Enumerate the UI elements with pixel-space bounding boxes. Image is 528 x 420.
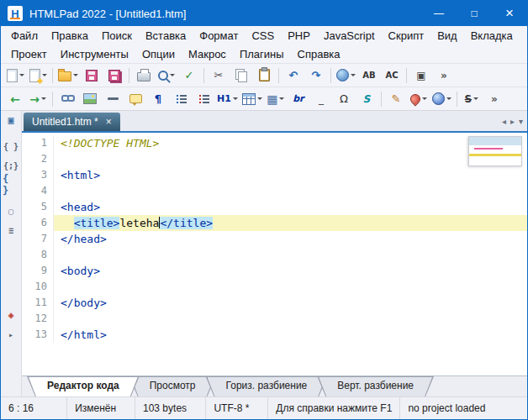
- toolbar-overflow-button[interactable]: »: [433, 66, 455, 86]
- maximize-button[interactable]: □: [457, 1, 492, 26]
- tab-list-icon[interactable]: ▾: [519, 117, 523, 126]
- spellcheck-button[interactable]: ✓: [178, 66, 200, 86]
- document-map[interactable]: [468, 136, 522, 166]
- editor-line[interactable]: 5<head>: [22, 199, 527, 215]
- open-file-button[interactable]: [56, 66, 80, 86]
- line-break-button[interactable]: br: [288, 89, 309, 109]
- editor-line[interactable]: 13</html>: [22, 327, 527, 343]
- comment-button[interactable]: [124, 89, 146, 109]
- cut-button[interactable]: ✂: [208, 66, 230, 86]
- tab-scroll-left-icon[interactable]: ◂: [502, 117, 506, 126]
- line-number[interactable]: 7: [22, 231, 54, 247]
- strikethrough-button[interactable]: S: [461, 89, 483, 109]
- redo-button[interactable]: ↷: [305, 66, 327, 86]
- validation-icon[interactable]: ◈: [3, 308, 19, 322]
- editor-line[interactable]: 3<html>: [22, 167, 527, 183]
- menu-plugins[interactable]: Плагины: [233, 46, 291, 62]
- menu-project[interactable]: Проект: [4, 46, 54, 62]
- code-editor[interactable]: 1<!DOCTYPE HTML> 2 3<html> 4 5<head> 6 <…: [22, 133, 527, 375]
- line-number[interactable]: 12: [22, 311, 54, 327]
- print-button[interactable]: [133, 66, 155, 86]
- toolbar2-overflow-button[interactable]: »: [483, 89, 505, 109]
- insert-image-button[interactable]: [79, 89, 101, 109]
- close-button[interactable]: ×: [492, 1, 527, 26]
- heading-button[interactable]: H1: [215, 89, 240, 109]
- file-tab-untitled1[interactable]: Untitled1.htm * ×: [24, 113, 120, 131]
- blank-panel-icon[interactable]: ▢: [3, 204, 19, 218]
- bullet-list-button[interactable]: [170, 89, 192, 109]
- editor-line[interactable]: 8: [22, 247, 527, 263]
- menu-format[interactable]: Формат: [193, 28, 245, 44]
- editor-line[interactable]: 7</head>: [22, 231, 527, 247]
- insert-table-button[interactable]: [240, 89, 264, 109]
- line-number[interactable]: 9: [22, 263, 54, 279]
- menu-edit[interactable]: Правка: [45, 28, 95, 44]
- list-panel-icon[interactable]: ≡: [3, 223, 19, 237]
- paste-button[interactable]: [253, 66, 275, 86]
- viewtab-horizontal-split[interactable]: Гориз. разбиение: [206, 376, 328, 396]
- menu-css[interactable]: CSS: [245, 28, 281, 44]
- menu-options[interactable]: Опции: [135, 46, 182, 62]
- editor-line[interactable]: 12: [22, 311, 527, 327]
- browser-preview-button[interactable]: [335, 66, 357, 86]
- style-editor-button[interactable]: ✎: [385, 89, 407, 109]
- braces-icon[interactable]: { }: [3, 139, 19, 153]
- undo-button[interactable]: ↶: [282, 66, 304, 86]
- editor-line[interactable]: 4: [22, 183, 527, 199]
- menu-tab[interactable]: Вкладка: [464, 28, 520, 44]
- tab-close-icon[interactable]: ×: [106, 116, 112, 128]
- fullscreen-button[interactable]: ▣: [410, 66, 432, 86]
- snippet-button[interactable]: S: [356, 89, 378, 109]
- line-number[interactable]: 2: [22, 151, 54, 167]
- line-number[interactable]: 3: [22, 167, 54, 183]
- save-button[interactable]: [81, 66, 103, 86]
- forward-button[interactable]: →: [27, 89, 49, 109]
- save-all-button[interactable]: [103, 66, 125, 86]
- line-number[interactable]: 10: [22, 279, 54, 295]
- menu-tools[interactable]: Инструменты: [54, 46, 135, 62]
- line-number[interactable]: 11: [22, 295, 54, 311]
- line-number[interactable]: 1: [22, 135, 54, 151]
- color-picker-button[interactable]: [408, 89, 430, 109]
- line-number[interactable]: 8: [22, 247, 54, 263]
- new-file-button[interactable]: [4, 66, 26, 86]
- hyperlink-button[interactable]: [56, 89, 78, 109]
- nbsp-button[interactable]: _: [310, 89, 332, 109]
- line-number[interactable]: 13: [22, 327, 54, 343]
- lowercase-button[interactable]: АС: [381, 66, 403, 86]
- editor-line-current[interactable]: 6 <title>leteha</title>: [22, 215, 527, 231]
- menu-insert[interactable]: Вставка: [139, 28, 193, 44]
- menu-macro[interactable]: Макрос: [182, 46, 233, 62]
- uppercase-button[interactable]: АВ: [358, 66, 380, 86]
- tab-scroll-right-icon[interactable]: ▸: [510, 117, 515, 126]
- search-button[interactable]: [156, 66, 177, 86]
- numbered-list-button[interactable]: [193, 89, 214, 109]
- braces-alt-icon[interactable]: { }: [3, 178, 19, 192]
- viewtab-vertical-split[interactable]: Верт. разбиение: [317, 376, 434, 396]
- horizontal-rule-button[interactable]: [102, 89, 124, 109]
- menu-javascript[interactable]: JavaScript: [317, 28, 382, 44]
- editor-line[interactable]: 2: [22, 151, 527, 167]
- menu-php[interactable]: PHP: [281, 28, 317, 44]
- panels-icon[interactable]: ▣: [3, 113, 19, 127]
- menu-view[interactable]: Вид: [430, 28, 464, 44]
- new-from-template-button[interactable]: [27, 66, 49, 86]
- minimize-button[interactable]: —: [421, 1, 457, 26]
- menu-file[interactable]: Файл: [4, 28, 45, 44]
- back-button[interactable]: ←: [4, 89, 26, 109]
- web-colors-button[interactable]: [430, 89, 453, 109]
- special-char-button[interactable]: Ω: [333, 89, 355, 109]
- line-number[interactable]: 4: [22, 183, 54, 199]
- editor-line[interactable]: 1<!DOCTYPE HTML>: [22, 135, 527, 151]
- menu-help[interactable]: Справка: [291, 46, 347, 62]
- braces-semicolon-icon[interactable]: {;}: [3, 159, 19, 172]
- editor-line[interactable]: 11</body>: [22, 295, 527, 311]
- menu-script[interactable]: Скрипт: [382, 28, 431, 44]
- line-number[interactable]: 6: [22, 215, 54, 231]
- layout-button[interactable]: ▦: [265, 89, 287, 109]
- editor-line[interactable]: 10: [22, 279, 527, 295]
- expand-arrow-icon[interactable]: ▸: [3, 328, 19, 341]
- menu-search[interactable]: Поиск: [95, 28, 139, 44]
- viewtab-code-editor[interactable]: Редактор кода: [27, 376, 140, 396]
- viewtab-preview[interactable]: Просмотр: [129, 376, 216, 396]
